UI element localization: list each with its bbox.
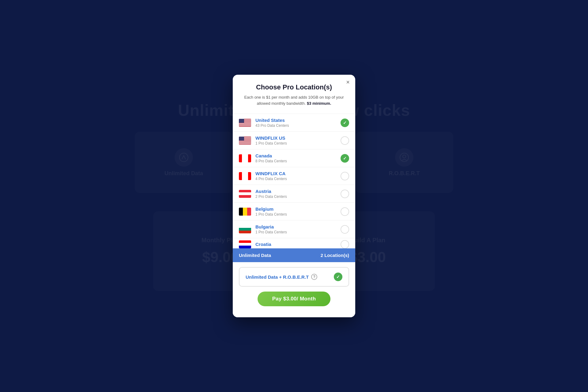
location-check-be[interactable] xyxy=(341,207,349,216)
location-sub-bg: 1 Pro Data Centers xyxy=(255,230,341,234)
footer-right: 2 Location(s) xyxy=(321,253,349,258)
location-info-bg: Bulgaria 1 Pro Data Centers xyxy=(255,224,341,234)
robert-option[interactable]: Unlimited Data + R.O.B.E.R.T ? xyxy=(239,267,349,287)
close-button[interactable]: × xyxy=(346,79,350,85)
location-check-at[interactable] xyxy=(341,190,349,198)
location-item-hr[interactable]: Croatia xyxy=(233,238,355,248)
location-item-at[interactable]: Austria 2 Pro Data Centers xyxy=(233,185,355,203)
modal-subtitle-bold: $3 minimum. xyxy=(307,101,331,106)
location-check-windflix-ca[interactable] xyxy=(341,172,349,180)
location-name-at: Austria xyxy=(255,189,341,194)
location-item-windflix-ca[interactable]: WINDFLIX CA 4 Pro Data Centers xyxy=(233,167,355,185)
footer-left: Unlimited Data xyxy=(239,253,271,258)
pay-button[interactable]: Pay $3.00/ Month xyxy=(258,292,331,306)
robert-label-text: Unlimited Data + R.O.B.E.R.T xyxy=(246,274,309,280)
location-sub-us: 43 Pro Data Centers xyxy=(255,123,341,128)
flag-bg xyxy=(239,225,251,233)
robert-check[interactable] xyxy=(334,273,342,281)
location-name-hr: Croatia xyxy=(255,242,341,247)
flag-at xyxy=(239,190,251,198)
location-name-us: United States xyxy=(255,118,341,123)
location-sub-windflix-us: 1 Pro Data Centers xyxy=(255,141,341,145)
location-info-at: Austria 2 Pro Data Centers xyxy=(255,189,341,199)
flag-hr xyxy=(239,240,251,248)
location-info-hr: Croatia xyxy=(255,242,341,247)
location-item-bg[interactable]: Bulgaria 1 Pro Data Centers xyxy=(233,221,355,238)
location-check-us[interactable] xyxy=(341,119,349,127)
flag-us xyxy=(239,119,251,127)
modal-title: Choose Pro Location(s) xyxy=(240,83,348,91)
location-item-ca[interactable]: Canada 8 Pro Data Centers xyxy=(233,149,355,167)
modal-bottom: Unlimited Data + R.O.B.E.R.T ? Pay $3.00… xyxy=(233,262,355,317)
location-sub-be: 1 Pro Data Centers xyxy=(255,212,341,217)
modal-dialog: × Choose Pro Location(s) Each one is $1 … xyxy=(233,75,355,317)
location-check-ca[interactable] xyxy=(341,154,349,163)
flag-windflix-ca xyxy=(239,172,251,180)
modal-subtitle: Each one is $1 per month and adds 10GB o… xyxy=(240,94,348,106)
flag-be xyxy=(239,208,251,216)
location-info-us: United States 43 Pro Data Centers xyxy=(255,118,341,128)
location-name-windflix-us: WINDFLIX US xyxy=(255,135,341,141)
location-item-us[interactable]: United States 43 Pro Data Centers xyxy=(233,114,355,132)
location-info-windflix-ca: WINDFLIX CA 4 Pro Data Centers xyxy=(255,171,341,181)
location-item-be[interactable]: Belgium 1 Pro Data Centers xyxy=(233,203,355,221)
location-sub-windflix-ca: 4 Pro Data Centers xyxy=(255,177,341,181)
location-list: United States 43 Pro Data Centers WINDFL… xyxy=(233,114,355,248)
location-check-windflix-us[interactable] xyxy=(341,136,349,145)
modal-backdrop: × Choose Pro Location(s) Each one is $1 … xyxy=(0,0,588,392)
location-name-bg: Bulgaria xyxy=(255,224,341,229)
location-name-be: Belgium xyxy=(255,206,341,212)
location-info-windflix-us: WINDFLIX US 1 Pro Data Centers xyxy=(255,135,341,145)
modal-header: Choose Pro Location(s) Each one is $1 pe… xyxy=(233,75,355,109)
help-icon[interactable]: ? xyxy=(311,274,317,280)
location-sub-ca: 8 Pro Data Centers xyxy=(255,159,341,163)
location-item-windflix-us[interactable]: WINDFLIX US 1 Pro Data Centers xyxy=(233,132,355,149)
flag-windflix-us xyxy=(239,137,251,145)
location-check-bg[interactable] xyxy=(341,225,349,234)
location-sub-at: 2 Pro Data Centers xyxy=(255,194,341,199)
location-name-ca: Canada xyxy=(255,153,341,158)
location-info-ca: Canada 8 Pro Data Centers xyxy=(255,153,341,163)
robert-label: Unlimited Data + R.O.B.E.R.T ? xyxy=(246,274,334,280)
location-info-be: Belgium 1 Pro Data Centers xyxy=(255,206,341,217)
location-name-windflix-ca: WINDFLIX CA xyxy=(255,171,341,176)
flag-ca xyxy=(239,154,251,162)
modal-footer-bar: Unlimited Data 2 Location(s) xyxy=(233,248,355,262)
location-check-hr[interactable] xyxy=(341,240,349,249)
